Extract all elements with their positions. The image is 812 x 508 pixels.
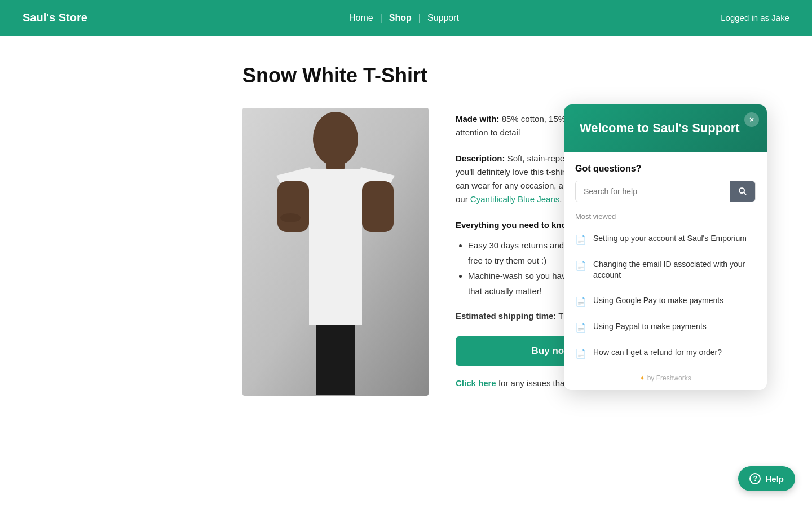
help-item-0[interactable]: 📄 Setting up your account at Saul's Empo… [575, 226, 756, 252]
support-widget: Welcome to Saul's Support × Got question… [564, 104, 767, 390]
nav-shop[interactable]: Shop [389, 13, 412, 23]
svg-point-12 [739, 188, 744, 193]
help-item-4[interactable]: 📄 How can I get a refund for my order? [575, 340, 756, 366]
svg-rect-10 [316, 316, 355, 395]
nav-links: Home | Shop | Support [349, 13, 459, 23]
brand-logo: Saul's Store [23, 11, 87, 24]
svg-point-9 [280, 213, 301, 222]
search-icon [738, 187, 747, 196]
widget-header: Welcome to Saul's Support × [564, 104, 767, 152]
widget-body: Got questions? Most viewed 📄 Setting up … [564, 152, 767, 366]
svg-rect-7 [277, 181, 309, 232]
nav-sep-2: | [418, 13, 421, 23]
widget-title: Welcome to Saul's Support [580, 120, 751, 137]
navbar: Saul's Store Home | Shop | Support Logge… [0, 0, 812, 36]
product-title: Snow White T-Shirt [242, 64, 648, 87]
book-icon-1: 📄 [575, 260, 586, 271]
product-image-svg [242, 108, 429, 396]
click-here-link[interactable]: Click here [456, 378, 496, 388]
questions-label: Got questions? [575, 164, 756, 174]
description-label: Description: [456, 154, 505, 163]
description-suffix: . [559, 194, 562, 204]
search-button[interactable] [730, 181, 755, 202]
book-icon-3: 📄 [575, 322, 586, 333]
help-item-text-0: Setting up your account at Saul's Empori… [593, 233, 747, 244]
help-item-text-3: Using Paypal to make payments [593, 321, 707, 332]
made-with-label: Made with: [456, 114, 500, 124]
search-row [575, 181, 756, 202]
nav-support[interactable]: Support [427, 13, 459, 23]
book-icon-2: 📄 [575, 296, 586, 307]
search-input[interactable] [576, 181, 730, 202]
blue-jeans-link[interactable]: Cyantifically Blue Jeans [470, 194, 559, 204]
help-item-1[interactable]: 📄 Changing the email ID associated with … [575, 252, 756, 288]
help-item-text-2: Using Google Pay to make payments [593, 295, 723, 306]
help-item-3[interactable]: 📄 Using Paypal to make payments [575, 314, 756, 340]
help-item-text-1: Changing the email ID associated with yo… [593, 259, 756, 281]
help-item-text-4: How can I get a refund for my order? [593, 347, 722, 358]
book-icon-4: 📄 [575, 348, 586, 359]
user-status: Logged in as Jake [721, 13, 789, 23]
widget-footer: ✦ by Freshworks [564, 366, 767, 390]
most-viewed-label: Most viewed [575, 212, 756, 221]
svg-rect-6 [309, 169, 362, 316]
svg-rect-11 [309, 308, 362, 325]
nav-home[interactable]: Home [349, 13, 373, 23]
freshworks-label: by Freshworks [647, 374, 691, 382]
svg-rect-8 [362, 181, 394, 232]
book-icon-0: 📄 [575, 234, 586, 245]
nav-sep-1: | [380, 13, 382, 23]
svg-point-1 [313, 112, 358, 166]
freshworks-star: ✦ [639, 374, 645, 382]
product-image [242, 108, 429, 396]
svg-line-13 [744, 192, 746, 195]
shipping-label: Estimated shipping time: [456, 311, 556, 321]
help-item-2[interactable]: 📄 Using Google Pay to make payments [575, 288, 756, 314]
widget-close-button[interactable]: × [744, 112, 759, 127]
